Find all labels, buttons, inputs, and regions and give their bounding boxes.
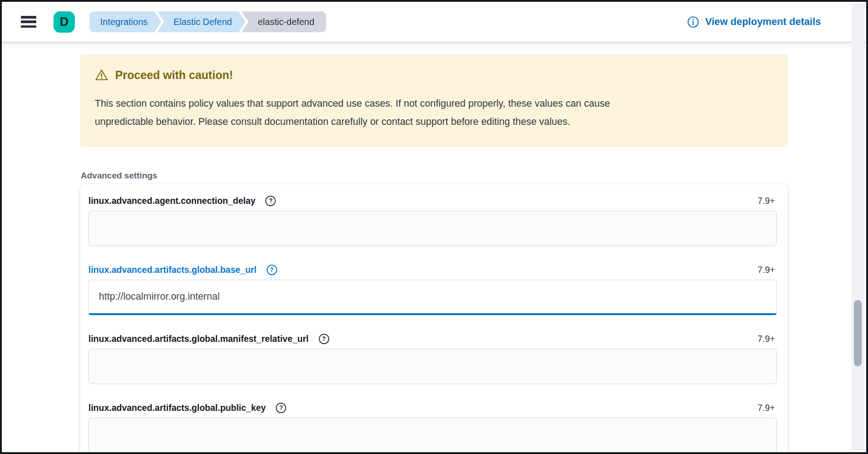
view-deployment-details-label: View deployment details: [705, 16, 821, 28]
info-circle-icon: [687, 16, 699, 28]
setting-input-manifest-relative-url[interactable]: [88, 349, 777, 384]
warning-callout-body: This section contains policy values that…: [95, 94, 657, 131]
scrollbar-thumb[interactable]: [854, 300, 862, 366]
advanced-settings-panel: linux.advanced.agent.connection_delay ? …: [80, 184, 788, 454]
space-avatar[interactable]: D: [54, 11, 75, 33]
question-circle-icon[interactable]: ?: [265, 196, 276, 206]
setting-name: linux.advanced.artifacts.global.manifest…: [88, 334, 309, 344]
main-content: Proceed with caution! This section conta…: [2, 54, 866, 454]
breadcrumb: Integrations Elastic Defend elastic-defe…: [89, 11, 326, 32]
setting-row-connection-delay: linux.advanced.agent.connection_delay ? …: [88, 195, 777, 246]
breadcrumb-elastic-defend[interactable]: Elastic Defend: [157, 11, 246, 32]
setting-row-manifest-relative-url: linux.advanced.artifacts.global.manifest…: [88, 333, 777, 384]
app-window: D Integrations Elastic Defend elastic-de…: [0, 0, 868, 454]
setting-version-badge: 7.9+: [758, 265, 775, 275]
setting-input-connection-delay[interactable]: [88, 211, 777, 246]
advanced-settings-heading: Advanced settings: [81, 171, 866, 181]
warning-callout: Proceed with caution! This section conta…: [80, 54, 788, 147]
hamburger-menu-icon[interactable]: [21, 16, 36, 28]
scrollbar-track: [852, 4, 864, 450]
view-deployment-details-link[interactable]: View deployment details: [687, 16, 821, 28]
setting-version-badge: 7.9+: [758, 334, 775, 344]
breadcrumb-current-policy: elastic-defend: [241, 11, 326, 32]
warning-callout-title: Proceed with caution!: [95, 68, 773, 82]
setting-version-badge: 7.9+: [758, 196, 775, 206]
question-circle-icon[interactable]: ?: [276, 403, 286, 413]
setting-row-base-url: linux.advanced.artifacts.global.base_url…: [88, 264, 777, 315]
setting-name: linux.advanced.artifacts.global.base_url: [88, 265, 257, 275]
setting-input-base-url[interactable]: [88, 280, 777, 315]
question-circle-icon[interactable]: ?: [267, 265, 277, 275]
setting-version-badge: 7.9+: [758, 403, 775, 413]
breadcrumb-integrations[interactable]: Integrations: [89, 11, 161, 32]
warning-callout-title-text: Proceed with caution!: [115, 69, 233, 82]
setting-name: linux.advanced.artifacts.global.public_k…: [88, 403, 266, 413]
question-circle-icon[interactable]: ?: [319, 334, 329, 344]
top-header-bar: D Integrations Elastic Defend elastic-de…: [2, 2, 866, 42]
warning-triangle-icon: [95, 68, 108, 82]
setting-row-public-key: linux.advanced.artifacts.global.public_k…: [88, 402, 777, 453]
setting-name: linux.advanced.agent.connection_delay: [88, 196, 255, 206]
setting-input-public-key[interactable]: [88, 418, 777, 453]
